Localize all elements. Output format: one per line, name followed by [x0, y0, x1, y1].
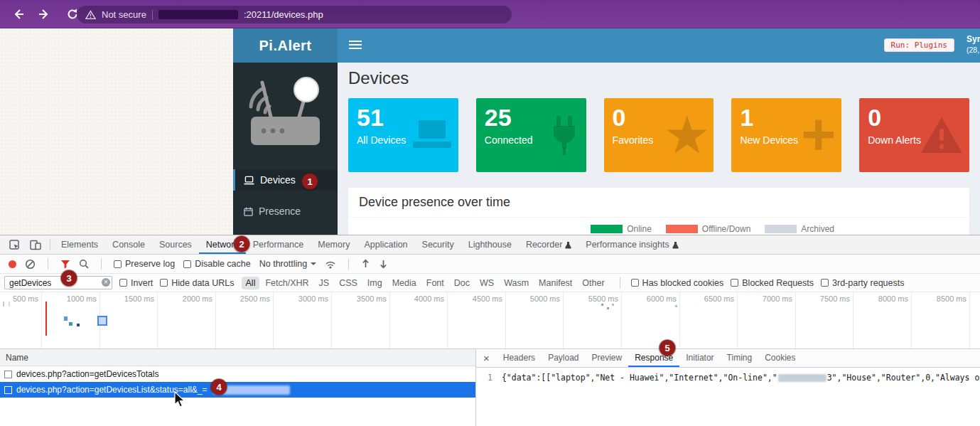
import-har-icon[interactable] [361, 259, 370, 269]
filter-type-wasm[interactable]: Wasm [500, 277, 533, 289]
detail-tab-initiator[interactable]: Initiator [679, 349, 720, 367]
checkbox [183, 260, 191, 268]
detail-tab-preview[interactable]: Preview [586, 349, 629, 367]
request-row-selected[interactable]: devices.php?action=getDevicesList&status… [0, 382, 475, 398]
forward-icon[interactable] [37, 7, 51, 21]
export-har-icon[interactable] [379, 259, 388, 269]
detail-tab-payload[interactable]: Payload [542, 349, 585, 367]
tab-memory[interactable]: Memory [311, 235, 357, 254]
timeline-label: 7500 ms [820, 294, 853, 303]
has-blocked-cookies-checkbox[interactable]: Has blocked cookies [631, 278, 724, 288]
timeline-gridline [157, 292, 158, 348]
tab-performance-insights[interactable]: Performance insights [578, 235, 685, 254]
stat-cards-row: 51 All Devices 25 Connected 0 [348, 98, 969, 172]
filter-type-doc[interactable]: Doc [450, 277, 474, 289]
filter-type-font[interactable]: Font [422, 277, 448, 289]
input-clear-icon[interactable]: × [102, 278, 110, 287]
tab-security[interactable]: Security [415, 235, 461, 254]
address-bar[interactable]: Not secure :20211/devices.php [77, 6, 512, 23]
checkbox [119, 279, 127, 287]
timeline-mark [675, 305, 677, 307]
third-party-requests-checkbox[interactable]: 3rd-party requests [821, 278, 904, 288]
clear-icon[interactable] [25, 259, 36, 270]
filter-type-manifest[interactable]: Manifest [534, 277, 576, 289]
stat-card-favorites[interactable]: 0 Favorites ★ [604, 98, 714, 172]
timeline-label: 3500 ms [357, 294, 389, 303]
security-label[interactable]: Not secure [102, 9, 146, 20]
chevron-down-icon [311, 262, 316, 265]
detail-tab-timing[interactable]: Timing [721, 349, 759, 367]
redacted-ip [778, 374, 826, 382]
timeline-label: 500 ms [13, 294, 41, 303]
preserve-log-checkbox[interactable]: Preserve log [114, 259, 175, 269]
timeline-mark [612, 304, 614, 306]
tab-sources[interactable]: Sources [152, 235, 199, 254]
annotation-badge-5: 5 [659, 340, 675, 356]
disable-cache-checkbox[interactable]: Disable cache [183, 259, 251, 269]
record-icon[interactable] [9, 260, 16, 268]
timeline-gridline [41, 292, 42, 348]
filter-type-all[interactable]: All [242, 277, 260, 289]
app-logo[interactable]: Pi.Alert [233, 28, 338, 63]
network-filter-bar: × Invert Hide data URLs All Fetch/XHR JS… [0, 274, 980, 292]
tab-elements[interactable]: Elements [54, 235, 105, 254]
timeline-gridline [505, 292, 506, 348]
timeline-mark [9, 302, 10, 307]
filter-type-js[interactable]: JS [315, 277, 334, 289]
legend-swatch [765, 225, 797, 233]
blocked-requests-checkbox[interactable]: Blocked Requests [731, 278, 814, 288]
filter-type-fetch-xhr[interactable]: Fetch/XHR [261, 277, 313, 289]
request-row[interactable]: devices.php?action=getDevicesTotals [0, 366, 475, 382]
sidebar-item-devices[interactable]: Devices [233, 169, 338, 191]
timeline-gridline [273, 292, 274, 348]
timeline-label: 7000 ms [763, 294, 795, 303]
device-toolbar-icon[interactable] [25, 240, 46, 250]
omnibox-separator [152, 10, 153, 20]
devtools-tabbar: Elements Console Sources Network Perform… [0, 235, 980, 255]
throttling-dropdown[interactable]: No throttling [259, 259, 316, 269]
line-number: 1 [476, 373, 502, 383]
stat-card-new-devices[interactable]: 1 New Devices + [731, 98, 841, 172]
column-header-name[interactable]: Name [0, 349, 475, 366]
laptop-icon [411, 119, 453, 151]
stat-card-down-alerts[interactable]: 0 Down Alerts [859, 98, 969, 172]
filter-input[interactable] [4, 276, 112, 289]
url-text[interactable]: :20211/devices.php [244, 9, 323, 20]
detail-tab-cookies[interactable]: Cookies [758, 349, 802, 367]
filter-type-media[interactable]: Media [388, 277, 421, 289]
app-content: Devices 51 All Devices 25 Connected [338, 63, 980, 235]
plug-icon [548, 115, 581, 156]
sidebar-item-presence[interactable]: Presence [233, 201, 338, 222]
timeline-mark [69, 322, 72, 326]
calendar-icon [244, 207, 253, 216]
network-conditions-icon[interactable] [325, 260, 336, 269]
stat-card-all-devices[interactable]: 51 All Devices [348, 98, 458, 172]
filter-icon[interactable] [60, 260, 70, 269]
timeline-gridline [215, 292, 216, 348]
search-icon[interactable] [79, 259, 89, 269]
filter-type-ws[interactable]: WS [475, 277, 498, 289]
back-icon[interactable] [11, 7, 26, 21]
filter-type-other[interactable]: Other [578, 277, 608, 289]
stat-card-connected[interactable]: 25 Connected [476, 98, 586, 172]
legend-item-offline: Offline/Down [666, 224, 750, 234]
tab-application[interactable]: Application [357, 235, 414, 254]
timeline-mark [77, 324, 80, 326]
timeline-mark [3, 302, 4, 307]
hamburger-menu-icon[interactable] [349, 41, 362, 51]
timeline-mark [64, 316, 68, 321]
hide-data-urls-checkbox[interactable]: Hide data URLs [160, 278, 234, 288]
filter-type-img[interactable]: Img [363, 277, 387, 289]
invert-checkbox[interactable]: Invert [119, 278, 153, 288]
tab-console[interactable]: Console [105, 235, 152, 254]
network-overview-timeline[interactable]: 500 ms 1000 ms 1500 ms 2000 ms 2500 ms 3… [0, 292, 980, 349]
tab-lighthouse[interactable]: Lighthouse [461, 235, 519, 254]
tab-performance[interactable]: Performance [246, 235, 311, 254]
detail-tab-headers[interactable]: Headers [497, 349, 542, 367]
close-icon[interactable]: × [476, 352, 497, 364]
app-sidebar: Devices Presence [233, 63, 338, 235]
inspect-icon[interactable] [4, 240, 25, 250]
run-plugins-button[interactable]: Run: Plugins [884, 38, 954, 52]
filter-type-css[interactable]: CSS [335, 277, 362, 289]
tab-recorder[interactable]: Recorder [519, 235, 578, 254]
